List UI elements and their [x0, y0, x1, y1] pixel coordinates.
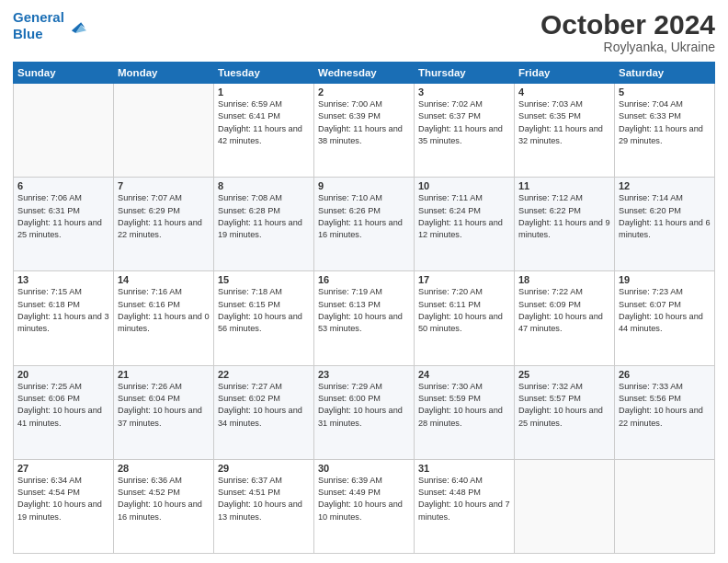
sunrise-text: Sunrise: 7:04 AM — [619, 99, 683, 109]
day-number: 12 — [619, 180, 711, 191]
day-info: Sunrise: 7:33 AMSunset: 5:56 PMDaylight:… — [619, 381, 711, 430]
daylight-text: Daylight: 11 hours and 35 minutes. — [418, 124, 503, 145]
day-number: 1 — [218, 86, 310, 98]
sunrise-text: Sunrise: 7:12 AM — [518, 193, 583, 202]
sunset-text: Sunset: 4:49 PM — [318, 488, 381, 497]
daylight-text: Daylight: 11 hours and 42 minutes. — [218, 124, 302, 145]
day-number: 24 — [418, 369, 510, 380]
day-info: Sunrise: 6:34 AMSunset: 4:54 PMDaylight:… — [17, 475, 109, 523]
sunset-text: Sunset: 6:13 PM — [318, 300, 381, 309]
day-number: 22 — [218, 369, 310, 380]
day-number: 7 — [118, 180, 210, 191]
day-info: Sunrise: 7:00 AMSunset: 6:39 PMDaylight:… — [318, 98, 410, 147]
day-number: 3 — [418, 86, 510, 98]
sunset-text: Sunset: 4:51 PM — [218, 488, 280, 497]
main-title: October 2024 — [540, 9, 715, 40]
sunset-text: Sunset: 6:18 PM — [17, 300, 80, 309]
sunrise-text: Sunrise: 7:02 AM — [418, 99, 483, 109]
table-cell: 29Sunrise: 6:37 AMSunset: 4:51 PMDayligh… — [214, 459, 314, 553]
table-cell: 31Sunrise: 6:40 AMSunset: 4:48 PMDayligh… — [415, 459, 515, 553]
sunset-text: Sunset: 6:07 PM — [619, 300, 681, 309]
table-cell: 13Sunrise: 7:15 AMSunset: 6:18 PMDayligh… — [14, 271, 114, 365]
day-info: Sunrise: 7:23 AMSunset: 6:07 PMDaylight:… — [619, 286, 711, 335]
sunrise-text: Sunrise: 7:23 AM — [619, 287, 683, 296]
sunrise-text: Sunrise: 7:15 AM — [17, 287, 82, 296]
sunrise-text: Sunrise: 7:27 AM — [218, 382, 282, 391]
day-info: Sunrise: 7:19 AMSunset: 6:13 PMDaylight:… — [318, 286, 410, 335]
sunset-text: Sunset: 6:09 PM — [518, 300, 581, 309]
col-monday: Monday — [114, 63, 214, 84]
table-cell: 22Sunrise: 7:27 AMSunset: 6:02 PMDayligh… — [214, 365, 314, 459]
sunset-text: Sunset: 6:29 PM — [118, 206, 180, 215]
day-number: 26 — [619, 369, 711, 380]
daylight-text: Daylight: 10 hours and 37 minutes. — [118, 406, 202, 427]
daylight-text: Daylight: 11 hours and 12 minutes. — [418, 218, 503, 239]
day-info: Sunrise: 7:12 AMSunset: 6:22 PMDaylight:… — [518, 192, 610, 241]
sunrise-text: Sunrise: 7:10 AM — [318, 193, 382, 202]
day-number: 28 — [118, 463, 210, 474]
sunrise-text: Sunrise: 7:30 AM — [418, 382, 483, 391]
day-number: 15 — [218, 274, 310, 285]
table-cell: 24Sunrise: 7:30 AMSunset: 5:59 PMDayligh… — [415, 365, 515, 459]
daylight-text: Daylight: 11 hours and 38 minutes. — [318, 124, 403, 145]
day-info: Sunrise: 7:03 AMSunset: 6:35 PMDaylight:… — [518, 98, 610, 147]
sunset-text: Sunset: 5:57 PM — [518, 394, 581, 403]
table-cell — [114, 84, 214, 178]
sunset-text: Sunset: 4:54 PM — [17, 488, 80, 497]
logo: General Blue — [13, 9, 86, 42]
daylight-text: Daylight: 10 hours and 41 minutes. — [17, 406, 102, 427]
col-wednesday: Wednesday — [314, 63, 415, 84]
day-info: Sunrise: 7:26 AMSunset: 6:04 PMDaylight:… — [118, 381, 210, 430]
sunset-text: Sunset: 6:04 PM — [118, 394, 180, 403]
daylight-text: Daylight: 10 hours and 19 minutes. — [17, 500, 102, 521]
week-row-2: 6Sunrise: 7:06 AMSunset: 6:31 PMDaylight… — [14, 178, 715, 271]
table-cell: 9Sunrise: 7:10 AMSunset: 6:26 PMDaylight… — [314, 178, 415, 271]
day-info: Sunrise: 7:18 AMSunset: 6:15 PMDaylight:… — [218, 286, 310, 335]
table-cell: 11Sunrise: 7:12 AMSunset: 6:22 PMDayligh… — [515, 178, 615, 271]
sunrise-text: Sunrise: 7:08 AM — [218, 193, 282, 202]
day-info: Sunrise: 7:30 AMSunset: 5:59 PMDaylight:… — [418, 381, 510, 430]
table-cell: 6Sunrise: 7:06 AMSunset: 6:31 PMDaylight… — [14, 178, 114, 271]
table-cell: 12Sunrise: 7:14 AMSunset: 6:20 PMDayligh… — [615, 178, 715, 271]
col-saturday: Saturday — [615, 63, 715, 84]
sunset-text: Sunset: 5:56 PM — [619, 394, 681, 403]
day-info: Sunrise: 6:37 AMSunset: 4:51 PMDaylight:… — [218, 475, 310, 523]
sunset-text: Sunset: 6:41 PM — [218, 111, 280, 121]
day-info: Sunrise: 7:10 AMSunset: 6:26 PMDaylight:… — [318, 192, 410, 241]
daylight-text: Daylight: 10 hours and 31 minutes. — [318, 406, 403, 427]
day-number: 10 — [418, 180, 510, 191]
sunset-text: Sunset: 6:33 PM — [619, 111, 681, 121]
page: General Blue October 2024 Roylyanka, Ukr… — [0, 0, 728, 563]
day-number: 27 — [17, 463, 109, 474]
day-info: Sunrise: 7:08 AMSunset: 6:28 PMDaylight:… — [218, 192, 310, 241]
sunset-text: Sunset: 6:37 PM — [418, 111, 481, 121]
daylight-text: Daylight: 10 hours and 34 minutes. — [218, 406, 302, 427]
day-number: 4 — [518, 86, 610, 98]
sunset-text: Sunset: 4:52 PM — [118, 488, 180, 497]
title-block: October 2024 Roylyanka, Ukraine — [540, 9, 715, 54]
day-number: 6 — [17, 180, 109, 191]
logo-text: General Blue — [13, 9, 64, 42]
day-info: Sunrise: 7:04 AMSunset: 6:33 PMDaylight:… — [619, 98, 711, 147]
sunrise-text: Sunrise: 6:39 AM — [318, 476, 382, 485]
sunrise-text: Sunrise: 6:34 AM — [17, 476, 82, 485]
day-number: 17 — [418, 274, 510, 285]
table-cell: 30Sunrise: 6:39 AMSunset: 4:49 PMDayligh… — [314, 459, 415, 553]
sunset-text: Sunset: 6:26 PM — [318, 206, 381, 215]
day-number: 14 — [118, 274, 210, 285]
day-number: 8 — [218, 180, 310, 191]
day-info: Sunrise: 7:07 AMSunset: 6:29 PMDaylight:… — [118, 192, 210, 241]
daylight-text: Daylight: 10 hours and 47 minutes. — [518, 312, 603, 333]
table-cell — [14, 84, 114, 178]
day-number: 23 — [318, 369, 410, 380]
table-cell — [515, 459, 615, 553]
day-info: Sunrise: 7:14 AMSunset: 6:20 PMDaylight:… — [619, 192, 711, 241]
col-friday: Friday — [515, 63, 615, 84]
table-cell — [615, 459, 715, 553]
col-sunday: Sunday — [14, 63, 114, 84]
table-cell: 5Sunrise: 7:04 AMSunset: 6:33 PMDaylight… — [615, 84, 715, 178]
day-number: 2 — [318, 86, 410, 98]
col-thursday: Thursday — [415, 63, 515, 84]
day-number: 5 — [619, 86, 711, 98]
sunset-text: Sunset: 5:59 PM — [418, 394, 481, 403]
